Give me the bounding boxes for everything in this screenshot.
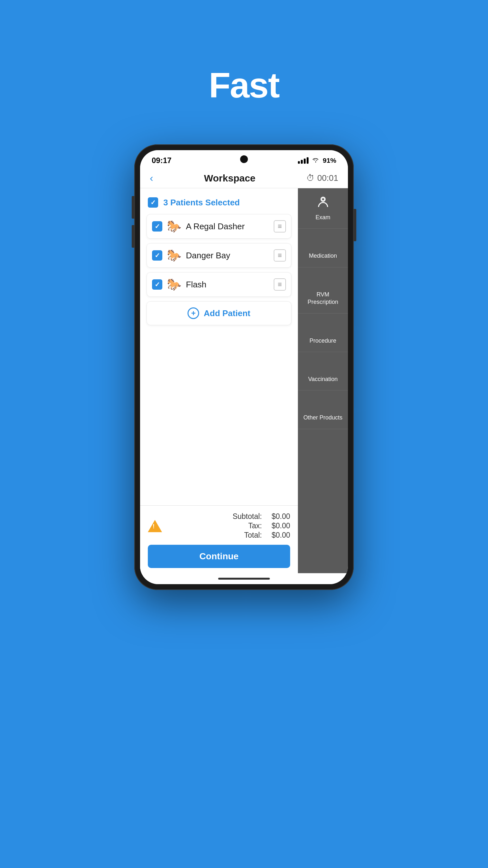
tax-label: Tax: (233, 522, 262, 530)
patient-name-3: Flash (186, 280, 269, 290)
subtotal-label: Subtotal: (233, 512, 262, 521)
tax-value: $0.00 (271, 522, 290, 530)
volume-down-button (132, 225, 134, 248)
patient-name-2: Danger Bay (186, 251, 269, 260)
subtotal-value: $0.00 (271, 512, 290, 521)
timer-value: 00:01 (317, 173, 338, 183)
sidebar-item-procedure[interactable]: Procedure (298, 314, 348, 352)
total-value: $0.00 (271, 531, 290, 539)
patients-area: 3 Patients Selected 🐎 A Regal Dasher 🐎 D… (140, 188, 298, 505)
home-indicator (140, 573, 348, 584)
patient-checkbox-3[interactable] (152, 279, 162, 290)
select-all-label: 3 Patients Selected (163, 197, 240, 208)
sidebar-item-label-vaccination: Vaccination (308, 376, 338, 383)
total-label: Total: (233, 531, 262, 539)
patient-row[interactable]: 🐎 Danger Bay (147, 243, 291, 268)
patient-detail-icon-2[interactable] (274, 249, 286, 261)
sidebar-item-rvm[interactable]: RVM Prescription (298, 268, 348, 314)
power-button (354, 209, 356, 241)
patient-detail-icon-1[interactable] (274, 220, 286, 232)
page-title: Fast (209, 65, 279, 105)
patient-detail-icon-3[interactable] (274, 278, 286, 290)
sidebar-item-label-rvm: RVM Prescription (301, 291, 345, 306)
add-patient-label: Add Patient (204, 308, 250, 318)
price-row: Subtotal: $0.00 Tax: $0.00 Total: $0.00 (148, 512, 290, 539)
sidebar-item-label-other-products: Other Products (303, 414, 343, 422)
patient-checkbox-1[interactable] (152, 221, 162, 231)
sidebar-item-label-medication: Medication (309, 252, 337, 259)
sidebar-item-vaccination[interactable]: Vaccination (298, 352, 348, 391)
status-icons: 91% (298, 156, 336, 165)
phone-screen: 09:17 91% ‹ Workspace ⏱ 00:01 (140, 150, 348, 584)
status-bar: 09:17 91% (140, 150, 348, 168)
exam-icon (317, 195, 329, 211)
sidebar-item-label-procedure: Procedure (310, 337, 336, 345)
select-all-row[interactable]: 3 Patients Selected (147, 195, 291, 214)
home-bar (218, 578, 270, 580)
sidebar-item-exam[interactable]: Exam (298, 188, 348, 228)
back-button[interactable]: ‹ (150, 172, 153, 184)
sidebar-item-other-products[interactable]: Other Products (298, 391, 348, 429)
status-time: 09:17 (152, 156, 171, 165)
patient-checkbox-2[interactable] (152, 250, 162, 260)
sidebar-item-label-exam: Exam (315, 214, 330, 221)
sidebar-item-medication[interactable]: Medication (298, 228, 348, 267)
add-patient-button[interactable]: + Add Patient (147, 301, 291, 325)
right-sidebar: Exam Medication (298, 188, 348, 573)
nav-timer: ⏱ 00:01 (306, 173, 338, 183)
warning-icon (148, 520, 162, 532)
camera-dot (240, 155, 248, 163)
phone-shell: 09:17 91% ‹ Workspace ⏱ 00:01 (134, 144, 354, 590)
nav-title: Workspace (153, 173, 306, 184)
wifi-icon (312, 156, 320, 165)
patient-row[interactable]: 🐎 Flash (147, 272, 291, 297)
horse-icon-2: 🐎 (167, 249, 182, 262)
patient-row[interactable]: 🐎 A Regal Dasher (147, 214, 291, 239)
svg-point-1 (322, 198, 324, 200)
horse-icon-1: 🐎 (167, 220, 182, 233)
add-patient-icon: + (188, 307, 199, 319)
select-all-checkbox[interactable] (148, 197, 158, 208)
bottom-bar: Subtotal: $0.00 Tax: $0.00 Total: $0.00 … (140, 505, 298, 573)
volume-up-button (132, 196, 134, 219)
signal-icon (298, 157, 308, 164)
horse-icon-3: 🐎 (167, 278, 182, 291)
timer-icon: ⏱ (306, 173, 315, 183)
continue-button[interactable]: Continue (148, 545, 290, 568)
patient-name-1: A Regal Dasher (186, 221, 269, 231)
price-details: Subtotal: $0.00 Tax: $0.00 Total: $0.00 (167, 512, 290, 539)
nav-bar: ‹ Workspace ⏱ 00:01 (140, 168, 348, 188)
battery-indicator: 91% (323, 157, 336, 164)
left-panel: 3 Patients Selected 🐎 A Regal Dasher 🐎 D… (140, 188, 298, 573)
main-content: 3 Patients Selected 🐎 A Regal Dasher 🐎 D… (140, 188, 348, 573)
